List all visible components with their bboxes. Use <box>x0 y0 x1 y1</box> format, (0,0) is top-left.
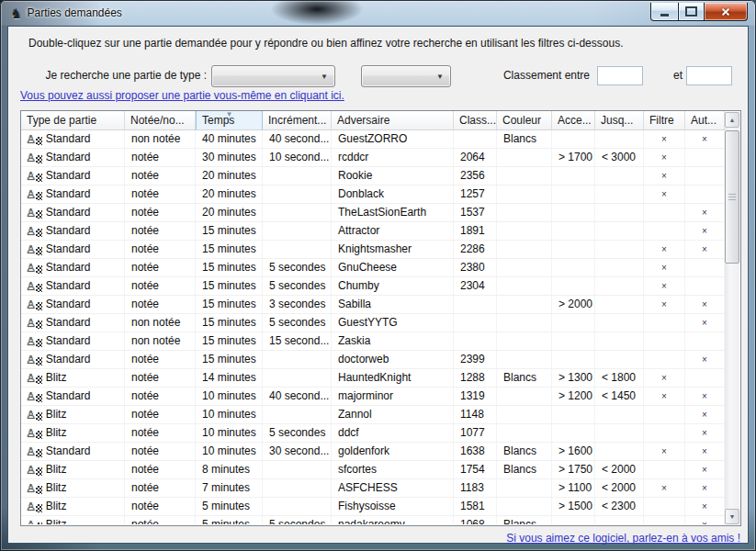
game-row[interactable]: ♙Blitznotée14 minutesHauntedKnight1288Bl… <box>21 369 725 388</box>
cell-opponent: sfcortes <box>332 461 454 478</box>
cell-rating: 2356 <box>454 167 497 185</box>
game-row[interactable]: ♙Standardnon notée15 minutes5 secondesGu… <box>21 314 725 332</box>
game-row[interactable]: ♙Standardnotée20 minutesRookie2356× <box>21 167 725 186</box>
column-header-filter[interactable]: Filtre <box>644 111 685 129</box>
column-header-rated[interactable]: Notée/no... <box>125 111 196 129</box>
cell-type: ♙Standard <box>21 186 125 203</box>
cell-opponent: Zannol <box>332 406 454 423</box>
game-row[interactable]: ♙Standardnotée30 minutes10 second...rcdd… <box>21 149 725 167</box>
game-subtype-combobox[interactable]: ▼ <box>361 65 451 87</box>
game-row[interactable]: ♙Standardnotée15 minutes5 secondesChumby… <box>21 277 725 296</box>
game-row[interactable]: ♙Blitznotée8 minutessfcortes1754Blancs> … <box>21 461 725 479</box>
rating-max-input[interactable] <box>686 66 732 85</box>
game-row[interactable]: ♙Blitznotée7 minutesASFCHESS1183> 1100< … <box>21 479 725 498</box>
game-row[interactable]: ♙Standardnotée20 minutesTheLastSionEarth… <box>21 204 725 222</box>
game-row[interactable]: ♙Standardnon notée40 minutes40 second...… <box>21 130 725 149</box>
cell-time: 15 minutes <box>196 222 263 240</box>
game-row[interactable]: ♙Blitznotée10 minutes5 secondesddcf1077× <box>21 424 725 443</box>
game-row[interactable]: ♙Blitznotée5 minutesFishysoisse1581> 150… <box>21 498 725 516</box>
cell-above <box>552 186 595 203</box>
share-with-friends-link[interactable]: Si vous aimez ce logiciel, parlez-en à v… <box>506 532 740 545</box>
column-header-above[interactable]: Acce... <box>552 111 595 129</box>
game-row[interactable]: ♙Standardnon notée15 minutes15 second...… <box>21 332 725 351</box>
cell-time: 5 minutes <box>196 498 263 515</box>
cell-time: 15 minutes <box>196 259 263 276</box>
maximize-button[interactable] <box>679 3 704 21</box>
cell-above <box>552 204 595 221</box>
column-header-auto[interactable]: Aut... <box>685 111 725 129</box>
cell-opponent: Donblack <box>332 186 454 203</box>
scroll-down-button[interactable]: ▼ <box>725 509 739 524</box>
propose-game-link[interactable]: Vous pouvez aussi proposer une partie vo… <box>20 89 344 102</box>
listview-body: ♙Standardnon notée40 minutes40 second...… <box>21 130 725 524</box>
cell-rated: notée <box>125 277 196 295</box>
column-header-below[interactable]: Jusq... <box>595 111 644 129</box>
cell-color <box>497 406 552 423</box>
titlebar[interactable]: ♞ Parties demandées <box>0 0 756 26</box>
game-row[interactable]: ♙Standardnotée15 minutesdoctorweb2399× <box>21 351 725 369</box>
game-row[interactable]: ♙Standardnotée15 minutesAttractor1891× <box>21 222 725 241</box>
dialog-client-area: Double-cliquez sur une partie demandée p… <box>7 26 749 544</box>
pawn-board-icon: ♙ <box>26 354 42 366</box>
game-row[interactable]: ♙Blitznotée5 minutes5 secondesnadakareem… <box>21 516 725 524</box>
pawn-board-icon: ♙ <box>26 482 42 495</box>
vertical-scrollbar[interactable]: ▲ ▼ <box>725 112 739 524</box>
cell-auto <box>685 186 725 203</box>
games-listview[interactable]: Type de partieNotée/no...Temps▾Incrément… <box>20 110 741 526</box>
cell-rated: notée <box>125 241 196 258</box>
pawn-board-icon: ♙ <box>26 317 42 330</box>
cell-time: 10 minutes <box>196 443 263 460</box>
cell-increment <box>263 406 332 423</box>
game-row[interactable]: ♙Standardnotée20 minutesDonblack1257× <box>21 186 725 204</box>
game-row[interactable]: ♙Standardnotée15 minutes5 secondesGnuChe… <box>21 259 725 277</box>
pawn-board-icon: ♙ <box>26 133 42 146</box>
column-header-label: Notée/no... <box>130 114 185 127</box>
game-type-combobox[interactable]: ▼ <box>211 65 335 87</box>
cell-below <box>595 351 644 368</box>
scroll-up-button[interactable]: ▲ <box>725 112 739 128</box>
cell-type: ♙Standard <box>21 332 125 350</box>
cell-filter: × <box>644 296 685 313</box>
column-header-label: Type de partie <box>27 114 96 127</box>
game-row[interactable]: ♙Blitznotée10 minutesZannol1148× <box>21 406 725 424</box>
column-header-color[interactable]: Couleur <box>497 111 552 129</box>
column-header-increment[interactable]: Incrément... <box>263 111 332 129</box>
cell-time: 15 minutes <box>196 314 263 332</box>
cell-filter: × <box>644 149 685 166</box>
cell-auto <box>685 167 725 185</box>
close-button[interactable] <box>704 3 748 21</box>
column-header-time[interactable]: Temps▾ <box>196 111 263 129</box>
cell-opponent: GuestZORRO <box>332 130 454 148</box>
column-header-opponent[interactable]: Adversaire <box>332 111 454 129</box>
cell-opponent: Chumby <box>332 277 454 295</box>
cell-filter <box>644 424 685 442</box>
pawn-board-icon: ♙ <box>26 243 42 256</box>
cell-below <box>595 406 644 423</box>
rating-min-input[interactable] <box>597 66 643 85</box>
window-title: Parties demandées <box>27 6 121 19</box>
game-row[interactable]: ♙Standardnotée10 minutes30 second...gold… <box>21 443 725 461</box>
cell-time: 8 minutes <box>196 461 263 478</box>
cell-type: ♙Standard <box>21 130 125 148</box>
column-header-type[interactable]: Type de partie <box>21 111 125 129</box>
cell-rated: notée <box>125 222 196 240</box>
game-row[interactable]: ♙Standardnotée10 minutes40 second...majo… <box>21 388 725 406</box>
cell-filter <box>644 314 685 332</box>
cell-auto: × <box>685 204 725 221</box>
cell-type: ♙Standard <box>21 314 125 332</box>
column-header-rating[interactable]: Class... <box>454 111 497 129</box>
cell-below <box>595 241 644 258</box>
cell-rating: 2304 <box>454 277 497 295</box>
minimize-button[interactable] <box>650 3 679 21</box>
cell-color <box>497 277 552 295</box>
cell-above: > 1200 <box>552 388 595 405</box>
cell-above <box>552 332 595 350</box>
scrollbar-thumb[interactable] <box>725 130 739 264</box>
cell-type: ♙Standard <box>21 443 125 460</box>
game-row[interactable]: ♙Standardnotée15 minutesKnightsmasher228… <box>21 241 725 259</box>
game-row[interactable]: ♙Standardnotée15 minutes3 secondesSabill… <box>21 296 725 314</box>
cell-filter <box>644 498 685 515</box>
cell-rating: 1319 <box>454 388 497 405</box>
cell-filter: × <box>644 130 685 148</box>
pawn-board-icon: ♙ <box>26 298 42 311</box>
